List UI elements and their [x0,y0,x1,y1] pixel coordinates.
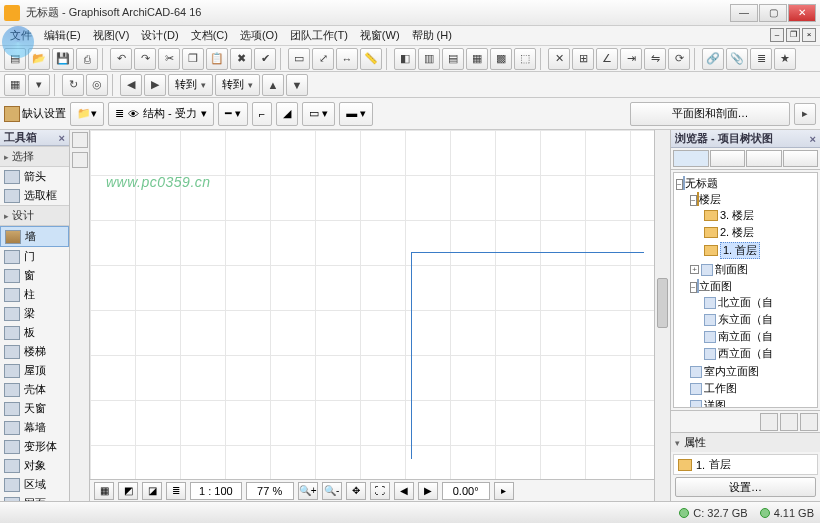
palette-tab2-icon[interactable] [72,152,88,168]
tool-stair[interactable]: 楼梯 [0,342,69,361]
tree-item[interactable]: 南立面（自 [718,329,773,344]
properties-row[interactable]: 1. 首层 [673,454,818,475]
favorite-button[interactable]: ★ [774,48,796,70]
toggle-icon[interactable]: − [690,195,697,206]
nav-tab-view[interactable] [710,150,746,167]
toggle-icon[interactable]: − [690,282,697,293]
nav-tab-project[interactable] [673,150,709,167]
down-button[interactable]: ▼ [286,74,308,96]
geometry5-field[interactable]: ▬ ▾ [339,102,373,126]
fit-icon[interactable]: ⛶ [370,482,390,500]
tool-morph[interactable]: 变形体 [0,437,69,456]
nav-tab-layout[interactable] [746,150,782,167]
nav-tab-publish[interactable] [783,150,819,167]
tool-zone[interactable]: 区域 [0,475,69,494]
layout-button[interactable]: ▩ [490,48,512,70]
tree-item[interactable]: 北立面（自 [718,295,773,310]
tool-window[interactable]: 窗 [0,266,69,285]
elevation-button[interactable]: ▤ [442,48,464,70]
settings-button[interactable]: 设置… [675,477,816,497]
prev-view-icon[interactable]: ◀ [394,482,414,500]
tree-item[interactable]: 2. 楼层 [720,225,754,240]
angle-field[interactable]: 0.00° [442,482,490,500]
zoom-in-icon[interactable]: 🔍+ [298,482,318,500]
tree-details[interactable]: 详图 [704,398,726,408]
default-settings-button[interactable]: 缺认设置 [4,106,66,122]
expand-icon[interactable]: ▸ [494,482,514,500]
tree-sections[interactable]: 剖面图 [715,262,748,277]
cut-button[interactable]: ✂ [158,48,180,70]
zoom-field[interactable]: 77 % [246,482,294,500]
menu-teamwork[interactable]: 团队工作(T) [284,26,354,45]
quickopt1-button[interactable]: ▦ [94,482,114,500]
geometry1-field[interactable]: ━ ▾ [218,102,248,126]
view3d-button[interactable]: ◧ [394,48,416,70]
forward-button[interactable]: ▶ [144,74,166,96]
new-button[interactable]: ▤ [4,48,26,70]
menu-document[interactable]: 文档(C) [185,26,234,45]
tool-roof[interactable]: 屋顶 [0,361,69,380]
tree-worksheets[interactable]: 工作图 [704,381,737,396]
open-button[interactable]: 📂 [28,48,50,70]
copy-button[interactable]: ❐ [182,48,204,70]
nav-new-icon[interactable] [760,413,778,431]
menu-file[interactable]: 文件 [4,26,38,45]
navigator-close-icon[interactable]: × [810,133,816,145]
distance-button[interactable]: ↔ [336,48,358,70]
layer-field[interactable]: 📁▾ [70,102,104,126]
attach-button[interactable]: 📎 [726,48,748,70]
print-button[interactable]: ⎙ [76,48,98,70]
menu-edit[interactable]: 编辑(E) [38,26,87,45]
save-button[interactable]: 💾 [52,48,74,70]
tool-door[interactable]: 门 [0,247,69,266]
redo-button[interactable]: ↷ [134,48,156,70]
confirm-icon[interactable]: ✔ [254,48,276,70]
menu-view[interactable]: 视图(V) [87,26,136,45]
menu-help[interactable]: 帮助 (H) [406,26,458,45]
plan-section-button[interactable]: 平面图和剖面… [630,102,790,126]
paste-button[interactable]: 📋 [206,48,228,70]
pan-icon[interactable]: ✥ [346,482,366,500]
tree-item-selected[interactable]: 1. 首层 [720,242,760,259]
show-button[interactable]: ▦ [4,74,26,96]
project-tree[interactable]: −无标题 −楼层 3. 楼层 2. 楼层 1. 首层 +剖面图 −立面图 [673,172,818,408]
refresh-icon[interactable]: ↻ [62,74,84,96]
angle-icon[interactable]: ∠ [596,48,618,70]
axis-icon[interactable]: ✕ [548,48,570,70]
scale-field[interactable]: 1 : 100 [190,482,242,500]
cancel-icon[interactable]: ✖ [230,48,252,70]
mdi-restore-icon[interactable]: ❐ [786,28,800,42]
tool-skylight[interactable]: 天窗 [0,399,69,418]
tool-marquee[interactable]: 选取框 [0,186,69,205]
select-button[interactable]: ▭ [288,48,310,70]
tree-interior-elev[interactable]: 室内立面图 [704,364,759,379]
tree-stories[interactable]: 楼层 [699,193,721,205]
tool-arrow[interactable]: 箭头 [0,167,69,186]
nav-del-icon[interactable] [780,413,798,431]
turnto-dropdown[interactable]: 转到 [215,74,260,96]
tree-item[interactable]: 西立面（自 [718,346,773,361]
geometry4-field[interactable]: ▭ ▾ [302,102,335,126]
drawing-area[interactable]: www.pc0359.cn 输入原点 [90,130,654,479]
mdi-minimize-icon[interactable]: – [770,28,784,42]
up-button[interactable]: ▲ [262,74,284,96]
geometry2-field[interactable]: ⌐ [252,102,272,126]
close-button[interactable]: ✕ [788,4,816,22]
mdi-close-icon[interactable]: × [802,28,816,42]
tool-curtainwall[interactable]: 幕墙 [0,418,69,437]
section-button[interactable]: ▥ [418,48,440,70]
menu-options[interactable]: 选项(O) [234,26,284,45]
vertical-scrollbar[interactable] [654,130,670,501]
rotate-button[interactable]: ⟳ [668,48,690,70]
tool-wall[interactable]: 墙 [0,226,69,247]
tool-shell[interactable]: 壳体 [0,380,69,399]
3d-button[interactable]: ⬚ [514,48,536,70]
toggle-icon[interactable]: − [676,179,683,190]
offset-button[interactable]: ⇥ [620,48,642,70]
ruler-icon[interactable]: 📏 [360,48,382,70]
target-icon[interactable]: ◎ [86,74,108,96]
minimize-button[interactable]: — [730,4,758,22]
quickopt3-button[interactable]: ◪ [142,482,162,500]
toolbox-section-design[interactable]: 设计 [0,205,69,226]
toggle-icon[interactable]: + [690,265,699,274]
